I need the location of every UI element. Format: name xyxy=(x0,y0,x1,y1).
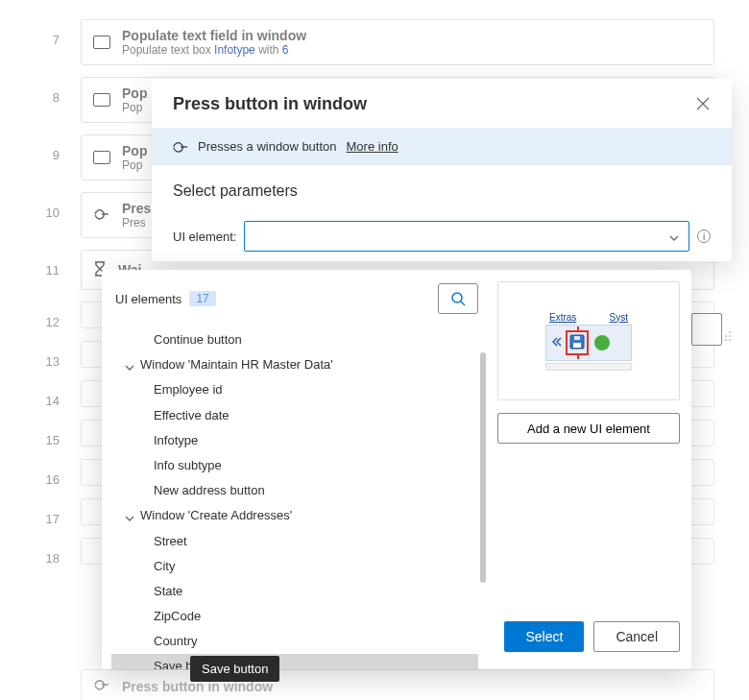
step-number: 10 xyxy=(19,192,60,220)
step-title: Populate text field in window xyxy=(122,28,702,43)
press-icon xyxy=(93,678,110,694)
step-number: 16 xyxy=(19,459,60,487)
textbox-icon xyxy=(93,151,110,164)
tree-group-maintain-hr[interactable]: Window 'Maintain HR Master Data' xyxy=(111,352,478,377)
tree-item-employee-id[interactable]: Employee id xyxy=(111,377,478,402)
tree-item-new-address-button[interactable]: New address button xyxy=(111,478,478,503)
flow-step-7[interactable]: 7 Populate text field in window Populate… xyxy=(19,19,749,65)
ui-element-tree: Continue button Window 'Maintain HR Mast… xyxy=(111,324,486,669)
tree-group-create-addresses[interactable]: Window 'Create Addresses' xyxy=(111,503,478,528)
sap-back-icon xyxy=(550,336,560,350)
step-subtitle: Populate text box Infotype with 6 xyxy=(122,43,702,57)
save-disk-icon xyxy=(569,334,585,350)
svg-point-3 xyxy=(721,339,723,341)
sap-green-icon xyxy=(594,335,610,350)
tree-item-continue-button[interactable]: Continue button xyxy=(111,327,478,352)
ui-element-select[interactable] xyxy=(244,221,689,252)
clipped-button[interactable] xyxy=(691,313,722,346)
step-number: 17 xyxy=(19,498,60,526)
svg-rect-9 xyxy=(574,336,580,340)
select-parameters-heading: Select parameters xyxy=(173,182,711,200)
dropdown-title: UI elements xyxy=(115,292,181,306)
tree-item-save-button[interactable]: Save button xyxy=(111,654,478,669)
tooltip: Save button xyxy=(190,656,279,682)
element-preview: Extras Syst xyxy=(497,281,680,400)
tree-item-street[interactable]: Street xyxy=(111,529,478,554)
info-banner: Presses a window button More info xyxy=(152,128,732,165)
preview-menu-system: Syst xyxy=(610,312,628,323)
preview-highlight xyxy=(566,330,589,355)
svg-point-2 xyxy=(729,335,731,337)
step-number: 18 xyxy=(19,538,60,566)
step-number: 13 xyxy=(19,341,60,369)
step-number: 12 xyxy=(19,302,60,329)
resize-grip-icon[interactable] xyxy=(719,329,733,344)
textbox-icon xyxy=(93,36,110,49)
close-icon[interactable] xyxy=(695,96,713,113)
svg-point-1 xyxy=(725,335,727,337)
tree-item-state[interactable]: State xyxy=(111,579,478,604)
ui-element-label: UI element: xyxy=(173,229,236,244)
preview-menu-extras: Extras xyxy=(549,312,576,323)
press-icon xyxy=(93,207,110,224)
element-count-badge: 17 xyxy=(189,291,215,306)
help-icon[interactable]: i xyxy=(697,229,711,243)
svg-rect-8 xyxy=(573,343,581,348)
modal-title: Press button in window xyxy=(173,94,367,114)
tree-item-info-subtype[interactable]: Info subtype xyxy=(111,453,478,478)
svg-point-4 xyxy=(725,339,727,341)
press-icon xyxy=(171,140,188,154)
step-number: 14 xyxy=(19,380,60,408)
add-ui-element-button[interactable]: Add a new UI element xyxy=(497,413,680,444)
ui-elements-dropdown: UI elements 17 Continue button Window 'M… xyxy=(102,270,691,669)
step-number: 9 xyxy=(19,134,60,162)
tree-item-infotype[interactable]: Infotype xyxy=(111,428,478,453)
svg-point-6 xyxy=(452,293,462,302)
step-number: 7 xyxy=(19,19,60,47)
flow-step-last[interactable]: Press button in window xyxy=(81,669,714,700)
search-button[interactable] xyxy=(438,283,478,314)
tree-item-effective-date[interactable]: Effective date xyxy=(111,403,478,428)
more-info-link[interactable]: More info xyxy=(347,139,399,154)
press-button-modal: Press button in window Presses a window … xyxy=(152,79,732,261)
chevron-down-icon xyxy=(669,231,679,241)
cancel-button[interactable]: Cancel xyxy=(593,621,680,652)
scrollbar[interactable] xyxy=(480,352,486,583)
step-number: 15 xyxy=(19,420,60,447)
tree-item-zipcode[interactable]: ZipCode xyxy=(111,604,478,629)
svg-point-0 xyxy=(729,331,731,333)
search-icon xyxy=(450,291,466,306)
tree-item-city[interactable]: City xyxy=(111,554,478,579)
svg-point-5 xyxy=(729,339,731,341)
select-button[interactable]: Select xyxy=(504,621,584,652)
info-text: Presses a window button xyxy=(198,139,337,154)
chevron-down-icon xyxy=(125,360,134,370)
step-number: 11 xyxy=(19,250,60,278)
step-number: 8 xyxy=(19,77,60,105)
chevron-down-icon xyxy=(125,511,134,520)
textbox-icon xyxy=(93,93,110,107)
tree-item-country[interactable]: Country xyxy=(111,629,478,654)
